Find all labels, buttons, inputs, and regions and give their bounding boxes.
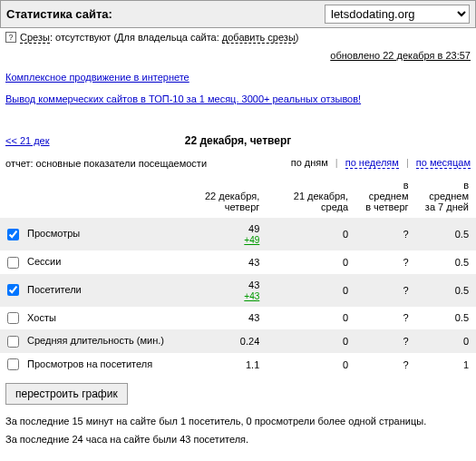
col-today: 22 декабря, четверг: [172, 174, 267, 218]
cell-yesterday: 0: [267, 250, 355, 274]
metric-name: Просмотры: [27, 228, 80, 239]
table-row: Средняя длительность (мин.)0.240?0: [0, 329, 476, 353]
tab-days: по дням: [291, 157, 328, 169]
cell-yesterday: 0: [267, 329, 355, 353]
cell-avg-7d: 0.5: [416, 274, 476, 307]
page-title: Статистика сайта:: [6, 7, 112, 21]
add-slices-link[interactable]: добавить срезы: [222, 32, 296, 44]
cell-avg-dow: ?: [355, 218, 415, 250]
cell-today: 1.1: [172, 353, 267, 377]
cell-avg-7d: 0: [416, 329, 476, 353]
cell-avg-7d: 0.5: [416, 250, 476, 274]
row-checkbox[interactable]: [7, 284, 19, 296]
site-select[interactable]: letsdodating.org: [325, 5, 470, 24]
cell-avg-7d: 0.5: [416, 307, 476, 330]
tab-months[interactable]: по месяцам: [416, 157, 471, 169]
table-header-row: 22 декабря, четверг 21 декабря, среда в …: [0, 174, 476, 218]
cell-avg-dow: ?: [355, 329, 415, 353]
rebuild-chart-button[interactable]: перестроить график: [5, 383, 128, 405]
slices-link[interactable]: Срезы: [20, 32, 50, 44]
prev-date-link[interactable]: << 21 дек: [5, 135, 50, 146]
cell-yesterday: 0: [267, 218, 355, 250]
cell-yesterday: 0: [267, 353, 355, 377]
slices-text: : отсутствуют (Для владельца сайта:: [50, 32, 222, 43]
cell-yesterday: 0: [267, 274, 355, 307]
cell-today: 43: [172, 250, 267, 274]
table-row: Посетители43+430?0.5: [0, 274, 476, 307]
cell-today: 0.24: [172, 329, 267, 353]
report-name: основные показатели посещаемости: [36, 158, 207, 169]
row-checkbox[interactable]: [7, 336, 19, 348]
promo-block: Комплексное продвижение в интернете Выво…: [0, 64, 476, 123]
metric-name: Просмотров на посетителя: [27, 358, 152, 369]
promo-link-2[interactable]: Вывод коммерческих сайтов в ТОП-10 за 1 …: [5, 93, 471, 104]
date-nav: << 21 дек 22 декабря, четверг: [0, 130, 476, 152]
metric-name: Средняя длительность (мин.): [27, 335, 164, 346]
report-header: отчет: основные показатели посещаемости …: [0, 152, 476, 174]
slices-row: ? Срезы: отсутствуют (Для владельца сайт…: [0, 28, 476, 46]
tab-weeks[interactable]: по неделям: [345, 157, 399, 169]
metric-name: Сессии: [27, 256, 61, 267]
row-checkbox[interactable]: [7, 229, 19, 240]
current-date: 22 декабря, четверг: [0, 134, 476, 147]
col-avg-7d: в среднемза 7 дней: [416, 174, 476, 218]
promo-link-1[interactable]: Комплексное продвижение в интернете: [5, 72, 471, 83]
help-icon[interactable]: ?: [5, 32, 16, 43]
cell-today: 43+43: [172, 274, 267, 307]
cell-yesterday: 0: [267, 307, 355, 330]
metric-name: Посетители: [27, 284, 82, 295]
col-avg-dow: в среднемв четверг: [355, 174, 415, 218]
delta-value: +49: [244, 235, 259, 245]
cell-avg-dow: ?: [355, 353, 415, 377]
cell-avg-7d: 1: [416, 353, 476, 377]
delta-value: +43: [244, 291, 259, 301]
footer-24h: За последние 24 часа на сайте были 43 по…: [0, 430, 476, 448]
header-bar: Статистика сайта: letsdodating.org: [0, 0, 476, 28]
table-row: Сессии430?0.5: [0, 250, 476, 274]
metric-name: Хосты: [27, 312, 56, 323]
table-row: Просмотров на посетителя1.10?1: [0, 353, 476, 377]
table-row: Хосты430?0.5: [0, 307, 476, 330]
row-checkbox[interactable]: [7, 257, 19, 269]
table-row: Просмотры49+490?0.5: [0, 218, 476, 250]
row-checkbox[interactable]: [7, 358, 19, 370]
footer-15min: За последние 15 минут на сайте был 1 пос…: [0, 412, 476, 430]
cell-avg-dow: ?: [355, 250, 415, 274]
cell-avg-7d: 0.5: [416, 218, 476, 250]
cell-avg-dow: ?: [355, 307, 415, 330]
cell-avg-dow: ?: [355, 274, 415, 307]
row-checkbox[interactable]: [7, 312, 19, 324]
cell-today: 49+49: [172, 218, 267, 250]
col-yesterday: 21 декабря, среда: [267, 174, 355, 218]
cell-today: 43: [172, 307, 267, 330]
stats-table: 22 декабря, четверг 21 декабря, среда в …: [0, 174, 476, 376]
updated-time: обновлено 22 декабря в 23:57: [0, 46, 476, 64]
